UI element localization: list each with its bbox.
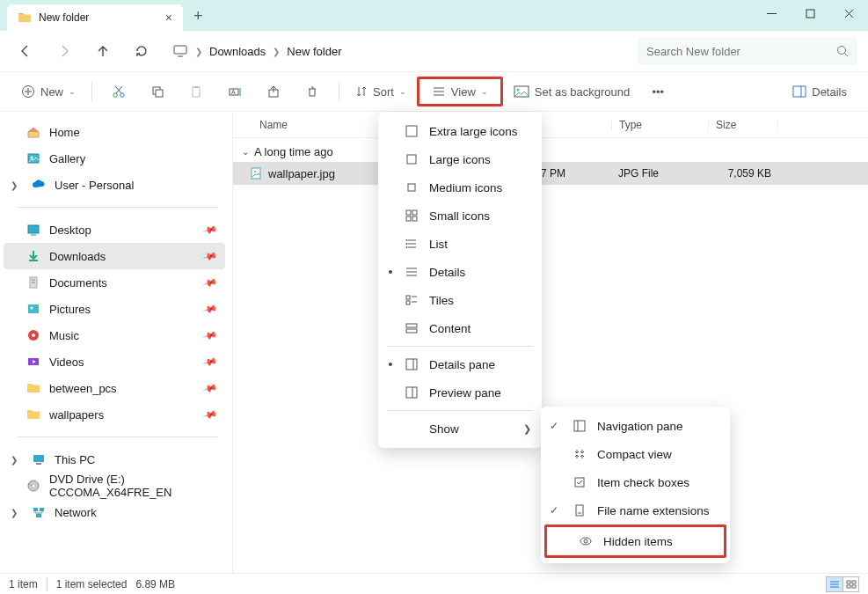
- svg-rect-52: [406, 126, 417, 136]
- svg-rect-58: [412, 216, 417, 221]
- sidebar-item[interactable]: DVD Drive (E:) CCCOMA_X64FRE_EN: [4, 473, 225, 499]
- details-pane-button[interactable]: Details: [785, 77, 854, 106]
- menu-item-detailspane[interactable]: •Details pane: [378, 350, 542, 378]
- crumb-current[interactable]: New folder: [287, 45, 341, 58]
- menu-item-previewpane[interactable]: Preview pane: [378, 378, 542, 407]
- forward-button[interactable]: [49, 36, 79, 66]
- maximize-button[interactable]: [791, 0, 829, 26]
- chevron-right-icon[interactable]: ❯: [273, 47, 280, 56]
- refresh-button[interactable]: [127, 36, 157, 66]
- svg-point-11: [113, 93, 117, 97]
- monitor-icon[interactable]: [172, 43, 188, 59]
- window-controls: [752, 0, 868, 26]
- back-button[interactable]: [11, 36, 40, 66]
- sidebar-item[interactable]: between_pcs📌: [4, 375, 225, 401]
- new-tab-button[interactable]: +: [193, 7, 203, 26]
- svg-point-12: [120, 93, 124, 97]
- minimize-button[interactable]: [752, 0, 791, 26]
- detailspane-icon: [405, 358, 419, 370]
- search-box[interactable]: [638, 37, 857, 65]
- search-input[interactable]: [646, 45, 829, 58]
- sidebar-item[interactable]: ❯This PC: [4, 446, 225, 473]
- delete-button[interactable]: [295, 77, 330, 106]
- crumb-downloads[interactable]: Downloads: [209, 45, 266, 58]
- col-type[interactable]: Type: [611, 119, 708, 131]
- sidebar-item[interactable]: Downloads📌: [4, 243, 225, 269]
- sidebar-item[interactable]: Desktop📌: [4, 216, 225, 243]
- rename-button[interactable]: A: [217, 77, 252, 106]
- view-mode-toggle: [826, 576, 859, 592]
- sidebar-item[interactable]: wallpapers📌: [4, 401, 225, 428]
- svg-rect-56: [412, 210, 417, 215]
- sidebar-item[interactable]: Music📌: [4, 322, 225, 348]
- menu-item-xl[interactable]: Extra large icons: [378, 117, 542, 145]
- more-button[interactable]: •••: [640, 77, 675, 106]
- sidebar-item[interactable]: Documents📌: [4, 269, 225, 296]
- set-background-button[interactable]: Set as background: [507, 77, 637, 106]
- close-icon[interactable]: ×: [165, 11, 172, 25]
- sidebar-item[interactable]: Videos📌: [4, 348, 225, 375]
- thumbnails-view-button[interactable]: [842, 577, 858, 591]
- window-close-button[interactable]: [829, 0, 868, 26]
- folder-icon: [26, 381, 40, 395]
- sidebar-item[interactable]: Gallery: [4, 145, 225, 172]
- paste-button[interactable]: [179, 77, 214, 106]
- navpane-icon: [573, 420, 587, 432]
- menu-item-list[interactable]: List: [378, 230, 542, 258]
- menu-item-md[interactable]: Medium icons: [378, 173, 542, 202]
- svg-line-7: [845, 54, 849, 57]
- file-row[interactable]: wallpaper.jpg 7 PM JPG File 7,059 KB: [233, 162, 868, 185]
- menu-item-ext[interactable]: ✓File name extensions: [541, 496, 730, 524]
- svg-rect-48: [40, 508, 44, 511]
- sort-button[interactable]: Sort ⌄: [348, 77, 413, 106]
- col-size[interactable]: Size: [708, 119, 778, 131]
- navbar: ❯ Downloads ❯ New folder: [0, 31, 868, 71]
- menu-item-lg[interactable]: Large icons: [378, 145, 542, 173]
- svg-point-31: [31, 157, 33, 159]
- menu-item-navpane[interactable]: ✓Navigation pane: [541, 412, 730, 440]
- view-button[interactable]: View ⌄: [417, 77, 503, 106]
- sidebar-item[interactable]: ❯User - Personal: [4, 172, 225, 198]
- svg-rect-18: [194, 86, 198, 88]
- up-button[interactable]: [88, 36, 118, 66]
- chevron-down-icon: ⌄: [399, 87, 406, 96]
- search-icon[interactable]: [836, 45, 849, 57]
- toolbar: New ⌄ A Sort ⌄ View ⌄ Set as background …: [0, 71, 868, 112]
- svg-rect-43: [33, 455, 44, 462]
- sidebar-item[interactable]: ❯Network: [4, 499, 225, 525]
- chevron-right-icon[interactable]: ❯: [11, 180, 23, 190]
- svg-point-27: [516, 89, 519, 92]
- svg-rect-89: [852, 581, 856, 583]
- documents-icon: [26, 275, 40, 290]
- menu-item-details[interactable]: •Details: [378, 258, 542, 286]
- folder-icon: [18, 11, 32, 25]
- menu-item-show[interactable]: Show❯: [378, 414, 542, 443]
- menu-item-checkboxes[interactable]: Item check boxes: [541, 468, 730, 496]
- sidebar: HomeGallery❯User - PersonalDesktop📌Downl…: [0, 112, 233, 573]
- desktop-icon: [26, 223, 40, 237]
- network-icon: [32, 505, 46, 519]
- window-tab[interactable]: New folder ×: [7, 4, 183, 31]
- sidebar-item[interactable]: Home: [4, 119, 225, 145]
- share-button[interactable]: [256, 77, 291, 106]
- menu-item-hidden[interactable]: Hidden items: [547, 527, 724, 555]
- chevron-right-icon[interactable]: ❯: [11, 508, 23, 517]
- group-header[interactable]: ⌄ A long time ago: [233, 138, 868, 162]
- menu-item-tiles[interactable]: Tiles: [378, 286, 542, 314]
- menu-item-compact[interactable]: Compact view: [541, 440, 730, 468]
- details-view-button[interactable]: [827, 577, 842, 591]
- menu-item-content[interactable]: Content: [378, 314, 542, 342]
- svg-rect-76: [406, 387, 417, 398]
- sidebar-item[interactable]: Pictures📌: [4, 296, 225, 322]
- svg-rect-74: [406, 359, 417, 370]
- svg-line-14: [115, 86, 121, 93]
- new-button[interactable]: New ⌄: [14, 77, 83, 106]
- copy-button[interactable]: [140, 77, 175, 106]
- cut-button[interactable]: [101, 77, 136, 106]
- svg-point-39: [31, 307, 33, 310]
- pin-icon: 📌: [202, 407, 219, 422]
- svg-point-41: [32, 334, 35, 337]
- chevron-right-icon[interactable]: ❯: [11, 455, 23, 465]
- menu-item-sm[interactable]: Small icons: [378, 202, 542, 230]
- chevron-right-icon[interactable]: ❯: [195, 47, 202, 56]
